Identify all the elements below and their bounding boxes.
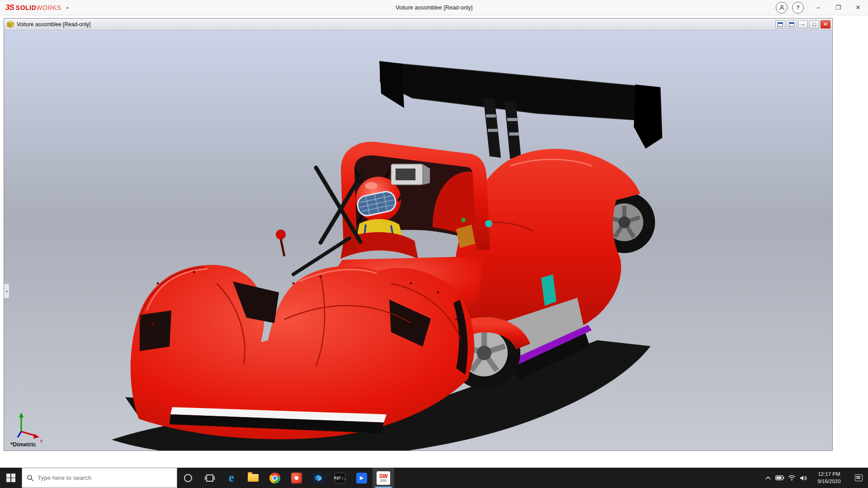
window-icon (789, 22, 794, 27)
front-intake (140, 310, 171, 351)
task-view-icon (205, 473, 215, 483)
file-explorer-button[interactable] (242, 468, 264, 488)
app-window-title: Voiture assomblee [Read-only] (0, 5, 868, 11)
account-icon[interactable] (776, 2, 788, 14)
document-window: Voiture assomblee [Read-only] – ▢ ✕ (4, 18, 833, 451)
edge-icon: e (229, 471, 234, 485)
solidworks-2020-icon: SW 2020 (377, 471, 390, 485)
tile-window-button[interactable] (787, 20, 797, 28)
cortana-button[interactable] (177, 468, 199, 488)
document-titlebar[interactable]: Voiture assomblee [Read-only] – ▢ ✕ (4, 19, 832, 30)
window-icon (778, 22, 783, 27)
taskbar-search[interactable] (22, 468, 177, 488)
battery-icon (775, 475, 784, 480)
chevron-up-icon (765, 476, 771, 480)
doc-close-button[interactable]: ✕ (821, 20, 830, 28)
brand-solid: SOLID (16, 4, 36, 11)
chevron-left-icon: ◂ (5, 289, 7, 293)
chrome-icon (269, 473, 280, 483)
task-view-button[interactable] (199, 468, 221, 488)
command-prompt-icon: &gt;_ (335, 473, 345, 483)
side-mirror (276, 230, 286, 239)
volume-status[interactable] (797, 468, 809, 488)
close-button[interactable]: ✕ (848, 0, 868, 15)
restore-button[interactable]: ❐ (828, 0, 848, 15)
cortana-icon (183, 473, 193, 483)
action-center-button[interactable] (849, 468, 868, 488)
battery-status[interactable] (774, 468, 786, 488)
notification-icon (855, 474, 863, 481)
movies-app-icon: ▶ (356, 473, 367, 483)
windows-taskbar: e &gt;_ ▶ SW 2020 (0, 468, 868, 488)
media-app-icon (291, 473, 302, 483)
edge-button[interactable]: e (221, 468, 242, 488)
solidworks-logo: 3S SOLIDWORKS ▸ (0, 3, 69, 12)
solidworks-2020-button[interactable]: SW 2020 (373, 468, 394, 488)
search-input[interactable] (38, 474, 164, 481)
doc-minimize-button[interactable]: – (798, 20, 808, 28)
tray-chevron-button[interactable] (762, 468, 774, 488)
document-title: Voiture assomblee [Read-only] (17, 21, 90, 28)
start-button[interactable] (0, 468, 22, 488)
windows-logo-icon (6, 474, 15, 483)
help-icon[interactable]: ? (792, 2, 804, 14)
minimize-button[interactable]: – (808, 0, 828, 15)
doc-maximize-button[interactable]: ▢ (809, 20, 819, 28)
taskbar-spacer (394, 468, 762, 488)
chrome-button[interactable] (264, 468, 286, 488)
new-window-button[interactable] (775, 20, 785, 28)
clock-date: 9/16/2020 (809, 478, 849, 485)
media-app-button[interactable] (286, 468, 307, 488)
speaker-icon (800, 475, 807, 481)
axis-x-label: x (40, 438, 43, 443)
movies-app-button[interactable]: ▶ (351, 468, 373, 488)
clock-time: 12:17 PM (809, 471, 849, 478)
wifi-icon (788, 475, 796, 481)
teal-accent (485, 220, 492, 227)
taskbar-clock[interactable]: 12:17 PM 9/16/2020 (809, 471, 849, 485)
edrawings-button[interactable] (307, 468, 329, 488)
command-prompt-button[interactable]: &gt;_ (329, 468, 351, 488)
brand-works: WORKS (36, 4, 61, 11)
search-icon (27, 474, 34, 482)
assembly-icon (7, 21, 14, 28)
feature-manager-collapse-tab[interactable]: ◂ (4, 283, 9, 299)
cube-app-icon (313, 473, 324, 483)
system-tray: 12:17 PM 9/16/2020 (762, 468, 868, 488)
3d-viewport-canvas[interactable]: x (4, 30, 832, 450)
3d-viewport[interactable]: x *Dimetric ◂ (4, 30, 832, 450)
app-titlebar: 3S SOLIDWORKS ▸ Voiture assomblee [Read-… (0, 0, 868, 15)
3ds-logo-icon: 3S (5, 3, 14, 12)
network-status[interactable] (786, 468, 797, 488)
file-explorer-icon (248, 474, 259, 482)
view-orientation-label: *Dimetric (10, 441, 36, 448)
menu-expand-arrow-icon[interactable]: ▸ (66, 5, 69, 10)
